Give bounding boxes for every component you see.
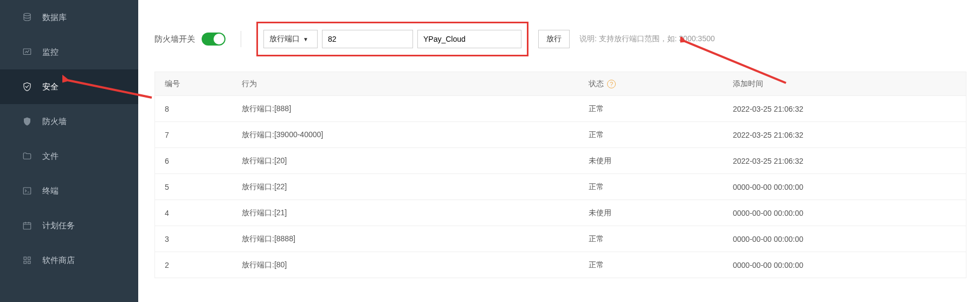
port-action-select[interactable]: 放行端口 ▼ xyxy=(263,30,318,48)
highlight-annotation: 放行端口 ▼ xyxy=(256,22,528,56)
table-row: 7放行端口:[39000-40000]正常2022-03-25 21:06:32 xyxy=(155,122,966,148)
table-row: 2放行端口:[80]正常0000-00-00 00:00:00 xyxy=(155,252,966,278)
cell-status: 正常 xyxy=(589,182,730,192)
header-id: 编号 xyxy=(155,79,242,89)
firewall-toggle[interactable] xyxy=(202,33,225,46)
cell-id: 8 xyxy=(155,105,242,113)
svg-rect-7 xyxy=(28,261,31,264)
table-row: 5放行端口:[22]正常0000-00-00 00:00:00 xyxy=(155,174,966,200)
cell-id: 6 xyxy=(155,157,242,165)
svg-rect-6 xyxy=(24,261,27,264)
shield-icon xyxy=(22,81,33,92)
sidebar-item-label: 安全 xyxy=(42,82,59,92)
cell-id: 3 xyxy=(155,235,242,243)
cell-id: 7 xyxy=(155,131,242,139)
cell-time: 0000-00-00 00:00:00 xyxy=(730,261,966,269)
cell-time: 2022-03-25 21:06:32 xyxy=(730,105,966,113)
svg-rect-5 xyxy=(28,257,31,260)
sidebar-item-label: 文件 xyxy=(42,151,59,162)
svg-rect-4 xyxy=(24,257,27,260)
select-value: 放行端口 xyxy=(269,34,300,44)
cell-action: 放行端口:[21] xyxy=(242,208,589,218)
table-row: 6放行端口:[20]未使用2022-03-25 21:06:32 xyxy=(155,148,966,174)
table-header: 编号 行为 状态 ? 添加时间 xyxy=(155,72,966,96)
rules-table: 编号 行为 状态 ? 添加时间 8放行端口:[888]正常2022-03-25 … xyxy=(154,72,966,278)
cell-status: 正常 xyxy=(589,234,730,244)
cell-time: 0000-00-00 00:00:00 xyxy=(730,183,966,191)
toggle-knob xyxy=(214,34,224,44)
cell-time: 2022-03-25 21:06:32 xyxy=(730,157,966,165)
database-icon xyxy=(22,12,33,23)
cell-action: 放行端口:[888] xyxy=(242,104,589,114)
cell-status: 正常 xyxy=(589,104,730,114)
sidebar-item-label: 数据库 xyxy=(42,12,67,23)
cell-status: 正常 xyxy=(589,260,730,270)
cell-status: 正常 xyxy=(589,130,730,140)
separator xyxy=(241,31,241,47)
svg-point-0 xyxy=(24,14,30,16)
svg-rect-3 xyxy=(23,223,31,229)
header-status: 状态 ? xyxy=(589,79,730,89)
sidebar-item-security[interactable]: 安全 xyxy=(0,69,138,104)
cell-action: 放行端口:[22] xyxy=(242,182,589,192)
cell-time: 0000-00-00 00:00:00 xyxy=(730,235,966,243)
header-action: 行为 xyxy=(242,79,589,89)
folder-icon xyxy=(22,151,33,162)
monitor-icon xyxy=(22,47,33,57)
port-input[interactable] xyxy=(322,30,413,48)
cell-id: 4 xyxy=(155,209,242,217)
sidebar-item-label: 监控 xyxy=(42,47,59,57)
sidebar-item-cron[interactable]: 计划任务 xyxy=(0,208,138,243)
cell-id: 2 xyxy=(155,261,242,269)
apps-icon xyxy=(22,255,33,266)
sidebar-item-label: 防火墙 xyxy=(42,117,67,127)
chevron-down-icon: ▼ xyxy=(303,36,308,42)
firewall-icon xyxy=(22,116,33,127)
cell-time: 2022-03-25 21:06:32 xyxy=(730,131,966,139)
sidebar-item-label: 计划任务 xyxy=(42,221,75,231)
firewall-toggle-label: 防火墙开关 xyxy=(154,34,195,44)
cell-action: 放行端口:[20] xyxy=(242,156,589,166)
cell-id: 5 xyxy=(155,183,242,191)
svg-rect-2 xyxy=(23,188,31,194)
sidebar: 数据库 监控 安全 防火墙 文件 xyxy=(0,0,138,302)
table-row: 8放行端口:[888]正常2022-03-25 21:06:32 xyxy=(155,96,966,122)
terminal-icon xyxy=(22,185,33,196)
sidebar-item-label: 终端 xyxy=(42,186,59,196)
submit-button[interactable]: 放行 xyxy=(538,30,570,48)
sidebar-item-files[interactable]: 文件 xyxy=(0,139,138,174)
sidebar-item-firewall[interactable]: 防火墙 xyxy=(0,104,138,139)
cell-status: 未使用 xyxy=(589,208,730,218)
remark-input[interactable] xyxy=(417,30,521,48)
cell-action: 放行端口:[8888] xyxy=(242,234,589,244)
calendar-icon xyxy=(22,220,33,231)
sidebar-item-database[interactable]: 数据库 xyxy=(0,0,138,35)
help-icon[interactable]: ? xyxy=(607,80,616,88)
cell-status: 未使用 xyxy=(589,156,730,166)
table-row: 3放行端口:[8888]正常0000-00-00 00:00:00 xyxy=(155,226,966,252)
cell-time: 0000-00-00 00:00:00 xyxy=(730,209,966,217)
sidebar-item-monitor[interactable]: 监控 xyxy=(0,35,138,69)
cell-action: 放行端口:[80] xyxy=(242,260,589,270)
sidebar-item-terminal[interactable]: 终端 xyxy=(0,174,138,208)
header-time: 添加时间 xyxy=(730,79,966,89)
main-content: 防火墙开关 放行端口 ▼ 放行 说明: 支持放行端口范围，如: 3000:350… xyxy=(138,0,980,302)
cell-action: 放行端口:[39000-40000] xyxy=(242,130,589,140)
sidebar-item-store[interactable]: 软件商店 xyxy=(0,243,138,278)
table-row: 4放行端口:[21]未使用0000-00-00 00:00:00 xyxy=(155,200,966,226)
toolbar: 防火墙开关 放行端口 ▼ 放行 说明: 支持放行端口范围，如: 3000:350… xyxy=(154,0,966,72)
sidebar-item-label: 软件商店 xyxy=(42,255,75,266)
hint-text: 说明: 支持放行端口范围，如: 3000:3500 xyxy=(579,34,715,44)
